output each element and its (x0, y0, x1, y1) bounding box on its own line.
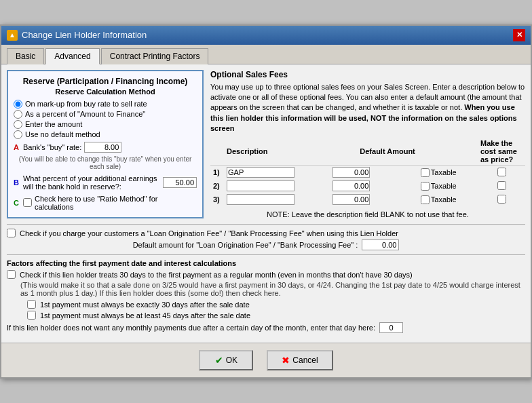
reserve-title: Reserve (Participation / Financing Incom… (14, 77, 197, 86)
factors-checkbox3[interactable] (27, 311, 36, 320)
loan-origination-label: Check if you charge your customers a "Lo… (20, 229, 398, 237)
label-c: C (14, 199, 19, 207)
radio-enter[interactable] (14, 120, 22, 129)
factors-label2: 1st payment must always be exactly 30 da… (40, 301, 250, 309)
fee-1-amount[interactable] (332, 167, 370, 178)
fee-1-desc[interactable] (227, 167, 294, 178)
main-window: ▲ Change Lien Holder Information ✕ Basic… (0, 24, 532, 379)
buy-rate-note: (You will be able to change this "buy ra… (14, 155, 197, 170)
fee-3-makecost[interactable] (497, 195, 506, 204)
radio-no-default[interactable] (14, 130, 22, 139)
fee-3-num: 3) (210, 193, 224, 206)
content-area: Reserve (Participation / Financing Incom… (1, 64, 531, 343)
buy-rate-label: Bank's "buy" rate: (23, 143, 81, 151)
fee-2-num: 2) (210, 179, 224, 193)
loan-origination-section: Check if you charge your customers a "Lo… (7, 229, 525, 250)
fee-2-taxable-check[interactable] (421, 182, 430, 191)
fee-row-2: 2) Taxable (210, 179, 525, 193)
factors-title: Factors affecting the first payment date… (7, 259, 525, 267)
label-a: A (14, 143, 19, 151)
fee-3-taxable-label: Taxable (431, 195, 457, 204)
cancel-x-icon: ✖ (282, 355, 290, 366)
fees-table: Description Default Amount Make the cost… (210, 138, 525, 206)
tab-basic[interactable]: Basic (7, 48, 44, 64)
fee-1-num: 1) (210, 166, 224, 180)
ratio-method-checkbox[interactable] (23, 198, 32, 207)
fee-2-makecost[interactable] (497, 181, 506, 190)
fee-row-3: 3) Taxable (210, 193, 525, 206)
loan-default-label: Default amount for "Loan Origination Fee… (133, 241, 358, 249)
col-description: Description (224, 138, 330, 166)
fee-3-amount[interactable] (332, 194, 370, 205)
factors-section: Factors affecting the first payment date… (7, 259, 525, 333)
tab-contract[interactable]: Contract Printing Factors (101, 48, 209, 64)
last-day-label: If this lien holder does not want any mo… (7, 324, 375, 332)
ok-label: OK (226, 356, 238, 365)
radio-no-default-label: Use no default method (25, 130, 100, 138)
ratio-method-label: Check here to use "Ratio Method" for cal… (35, 195, 197, 211)
factors-label3: 1st payment must always be at least 45 d… (40, 311, 250, 320)
radio-percent[interactable] (14, 110, 22, 119)
fee-2-taxable-label: Taxable (431, 182, 457, 190)
radio-group: On mark-up from buy rate to sell rate As… (14, 100, 197, 139)
fee-2-desc[interactable] (227, 180, 294, 191)
button-bar: ✔ OK ✖ Cancel (1, 343, 531, 377)
radio-enter-label: Enter the amount (25, 120, 82, 128)
fee-row-1: 1) Taxable (210, 166, 525, 180)
radio-markup[interactable] (14, 100, 22, 109)
fee-2-amount[interactable] (332, 180, 370, 191)
last-day-input[interactable] (379, 322, 403, 333)
tab-advanced[interactable]: Advanced (45, 48, 99, 64)
bank-hold-input[interactable] (163, 177, 197, 188)
optional-fees-desc: You may use up to three optional sales f… (210, 82, 525, 134)
fee-3-taxable-check[interactable] (421, 195, 430, 204)
fee-1-taxable-check[interactable] (421, 168, 430, 177)
radio-markup-label: On mark-up from buy rate to sell rate (25, 100, 147, 108)
fee-1-taxable-label: Taxable (431, 168, 457, 176)
fee-3-desc[interactable] (227, 194, 294, 205)
factors-checkbox1[interactable] (7, 270, 16, 279)
reserve-subtitle: Reserve Calculation Method (14, 88, 197, 96)
col-amount: Default Amount (330, 138, 418, 166)
col-make-cost: Make the cost same as price? (478, 138, 525, 166)
ok-button[interactable]: ✔ OK (199, 350, 253, 370)
bank-hold-label: What percent of your additional earnings… (23, 174, 160, 191)
loan-default-input[interactable] (362, 239, 399, 250)
close-button[interactable]: ✕ (513, 29, 525, 41)
factors-label1: Check if this lien holder treats 30 days… (20, 271, 413, 279)
tab-bar: Basic Advanced Contract Printing Factors (1, 45, 531, 64)
buy-rate-input[interactable] (84, 142, 121, 153)
cancel-button[interactable]: ✖ Cancel (267, 350, 332, 370)
factors-checkbox2[interactable] (27, 300, 36, 309)
reserve-section: Reserve (Participation / Financing Incom… (7, 70, 204, 219)
app-icon: ▲ (7, 30, 18, 41)
loan-origination-checkbox[interactable] (7, 229, 16, 237)
radio-percent-label: As a percent of "Amount to Finance" (25, 110, 145, 118)
fees-note: NOTE: Leave the description field BLANK … (210, 210, 525, 218)
factors-note1: (This would make it so that a sale done … (20, 281, 525, 297)
window-title: Change Lien Holder Information (22, 30, 147, 40)
title-bar: ▲ Change Lien Holder Information ✕ (1, 26, 531, 45)
optional-fees-title: Optional Sales Fees (210, 70, 525, 79)
optional-fees-section: Optional Sales Fees You may use up to th… (210, 70, 525, 219)
ok-check-icon: ✔ (215, 355, 223, 366)
label-b: B (14, 178, 19, 187)
fee-1-makecost[interactable] (497, 168, 506, 176)
cancel-label: Cancel (292, 356, 318, 365)
